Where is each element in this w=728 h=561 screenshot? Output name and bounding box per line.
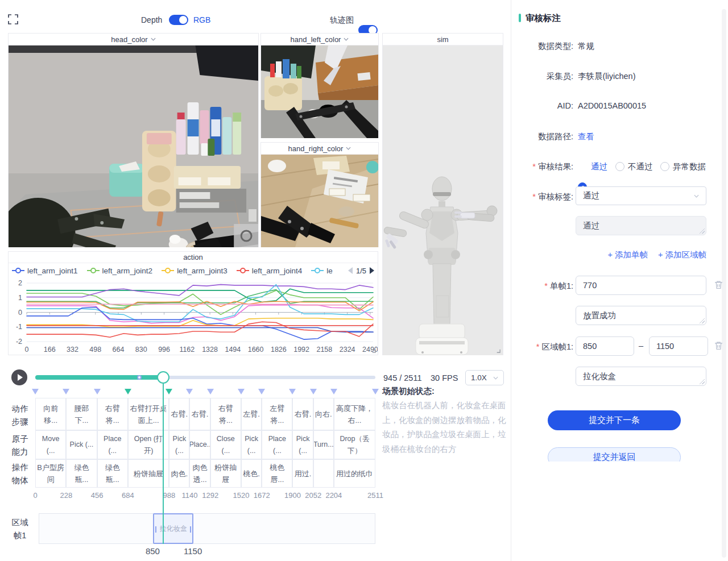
svg-text:2324: 2324: [340, 346, 355, 354]
segment-marker-icon[interactable]: [289, 389, 296, 394]
region-frame-track[interactable]: 拉化妆盒: [39, 513, 375, 544]
segment-marker-icon[interactable]: [330, 389, 337, 394]
add-single-frame-link[interactable]: + 添加单帧: [608, 250, 648, 260]
timeline-cell[interactable]: 向右.: [313, 398, 334, 430]
single-frame-note-textarea[interactable]: 放置成功: [576, 306, 706, 325]
timeline-cell[interactable]: 肉色透...: [189, 459, 210, 488]
timeline-cell[interactable]: Pick (...: [241, 430, 262, 459]
timeline-cell[interactable]: 肉色.: [169, 459, 189, 488]
timeline-cell[interactable]: 向前移...: [35, 398, 66, 430]
hand-left-camera-header[interactable]: hand_left_color: [261, 34, 378, 45]
timeline-cell[interactable]: Place..: [189, 430, 210, 459]
timeline-cell[interactable]: 腰部下...: [66, 398, 97, 430]
segment-marker-icon[interactable]: [238, 389, 245, 394]
fullscreen-icon[interactable]: [8, 14, 18, 24]
fps-label: 30 FPS: [431, 373, 458, 383]
region-frame-note-textarea[interactable]: 拉化妆盒: [576, 367, 706, 386]
delete-region-frame-icon[interactable]: [714, 340, 723, 351]
segment-marker-icon[interactable]: [207, 389, 214, 394]
timeline-cell[interactable]: [313, 459, 334, 488]
legend-prev-icon[interactable]: [348, 267, 353, 274]
segment-marker-icon[interactable]: [166, 389, 172, 394]
data-type-value: 常规: [578, 41, 594, 52]
region-end-input[interactable]: [649, 336, 708, 356]
hand-right-camera-header[interactable]: hand_right_color: [261, 143, 378, 155]
legend-item[interactable]: left_arm_joint2: [87, 267, 153, 275]
timeline-cell[interactable]: 右臂.: [169, 398, 189, 430]
timeline-cell[interactable]: Place (...: [97, 430, 128, 459]
segment-marker-icon[interactable]: [372, 389, 379, 394]
timeline-cell[interactable]: 绿色瓶...: [97, 459, 128, 488]
progress-handle[interactable]: [157, 371, 169, 384]
legend-item[interactable]: left_arm_joint1: [12, 267, 78, 275]
segment-marker-icon[interactable]: [310, 389, 317, 394]
chart-legend: left_arm_joint1left_arm_joint2left_arm_j…: [9, 263, 378, 278]
segment-marker-icon[interactable]: [63, 389, 69, 394]
segment-marker-icon[interactable]: [258, 389, 265, 394]
legend-item[interactable]: le: [311, 267, 333, 275]
head-camera-panel: head_color: [8, 33, 259, 247]
radio-abnormal-label[interactable]: 异常数据: [673, 161, 706, 172]
play-button[interactable]: [11, 369, 27, 385]
review-tag-label: 审核标签:: [500, 192, 573, 202]
segment-marker-icon[interactable]: [94, 389, 101, 394]
legend-marker-icon: [162, 270, 174, 271]
depth-rgb-toggle[interactable]: [169, 15, 188, 25]
region-frame-segment[interactable]: 拉化妆盒: [153, 513, 193, 544]
data-path-link[interactable]: 查看: [578, 131, 594, 142]
frame-axis-label: 0: [33, 491, 37, 500]
svg-text:996: 996: [158, 346, 170, 354]
timeline-cell[interactable]: 用过.: [292, 459, 313, 488]
segment-marker-icon[interactable]: [32, 389, 39, 394]
speed-select[interactable]: 1.0X: [465, 370, 504, 385]
timeline-cell[interactable]: 桃色.: [241, 459, 262, 488]
legend-item[interactable]: left_arm_joint3: [162, 267, 228, 275]
timeline-cell[interactable]: 绿色瓶...: [66, 459, 97, 488]
resize-corner-icon[interactable]: [371, 348, 376, 353]
single-frame-input[interactable]: [576, 276, 706, 295]
radio-fail[interactable]: [615, 162, 624, 171]
svg-text:664: 664: [113, 346, 125, 354]
timeline-cell[interactable]: Place (...: [262, 430, 292, 459]
timeline-cell[interactable]: Turn...: [313, 430, 334, 459]
submit-return-button[interactable]: 提交并返回: [548, 447, 681, 462]
region-right-handle[interactable]: [190, 526, 191, 533]
resize-corner-icon[interactable]: [495, 348, 500, 353]
delete-single-frame-icon[interactable]: [714, 280, 723, 290]
radio-pass-label[interactable]: 通过: [591, 161, 607, 172]
timeline-cell[interactable]: Close (...: [210, 430, 241, 459]
head-camera-header[interactable]: head_color: [9, 34, 258, 45]
review-tag-select[interactable]: 通过: [576, 186, 706, 205]
timeline-cell[interactable]: Pick (...: [66, 430, 97, 459]
radio-abnormal[interactable]: [660, 162, 669, 171]
timeline-cell[interactable]: Pick (...: [169, 430, 189, 459]
timeline-cell[interactable]: Pick (...: [292, 430, 313, 459]
timeline-cell[interactable]: 右臂.: [189, 398, 210, 430]
review-tag-select-value: 通过: [583, 190, 694, 201]
timeline-cell[interactable]: Move (...: [35, 430, 66, 459]
timeline-cell[interactable]: 右臂将...: [210, 398, 241, 430]
timeline-cell[interactable]: 左臂.: [241, 398, 262, 430]
region-left-handle[interactable]: [155, 526, 156, 533]
timeline-cell[interactable]: 高度下降，右...: [334, 398, 375, 430]
timeline-cell[interactable]: 左臂将...: [262, 398, 292, 430]
timeline-cell[interactable]: 粉饼抽屉: [210, 459, 241, 488]
timeline-cell[interactable]: 桃色唇...: [262, 459, 292, 488]
segment-marker-icon[interactable]: [125, 389, 131, 394]
submit-next-button[interactable]: 提交并下一条: [548, 410, 681, 430]
timeline-cell[interactable]: B户型房间: [35, 459, 66, 488]
segment-marker-icon[interactable]: [186, 389, 193, 394]
timeline-cell[interactable]: 右臂.: [292, 398, 313, 430]
svg-text:1162: 1162: [179, 346, 195, 354]
legend-next-icon[interactable]: [370, 267, 374, 274]
region-start-input[interactable]: [576, 336, 634, 356]
timeline-cell[interactable]: Drop（丢下）: [334, 430, 375, 459]
legend-item[interactable]: left_arm_joint4: [237, 267, 303, 275]
legend-label: left_arm_joint1: [27, 267, 78, 275]
add-region-frame-link[interactable]: + 添加区域帧: [658, 250, 706, 260]
radio-fail-label[interactable]: 不通过: [628, 161, 653, 172]
progress-fill: [35, 375, 163, 380]
scene-title: 场景初始状态:: [382, 386, 435, 397]
timeline-cell[interactable]: 右臂将...: [97, 398, 128, 430]
timeline-cell[interactable]: 用过的纸巾: [334, 459, 375, 488]
